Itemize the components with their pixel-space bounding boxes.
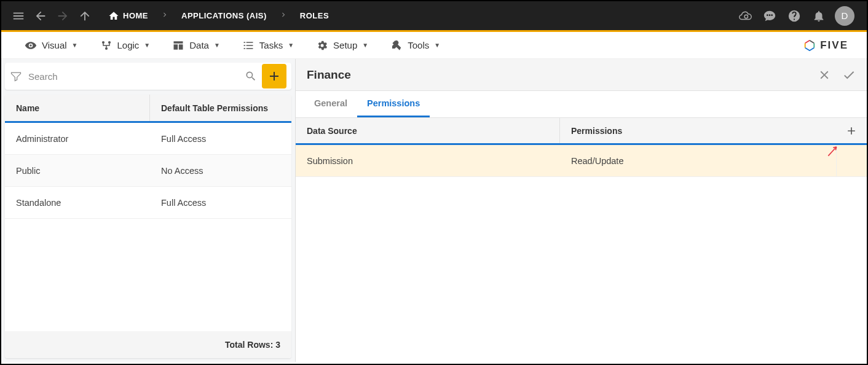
menu-setup-label: Setup [333,40,357,50]
menu-setup[interactable]: Setup ▼ [305,32,379,58]
detail-body: Submission Read/Update [296,145,867,177]
caret-down-icon: ▼ [288,42,294,49]
left-panel: Name Default Table Permissions Administr… [1,59,295,362]
cell-permissions: Full Access [150,187,291,218]
brand-text: FIVE [820,39,848,52]
chevron-right-icon [274,10,293,21]
tools-icon [390,39,403,52]
breadcrumb-home-label: HOME [123,11,148,20]
detail-row[interactable]: Submission Read/Update [296,145,867,177]
table-icon [172,39,184,52]
cell-name: Public [5,155,150,186]
table-body: Administrator Full Access Public No Acce… [5,123,291,331]
menu-bar: Visual ▼ Logic ▼ Data ▼ Tasks ▼ Setup ▼ … [1,32,867,59]
col-name[interactable]: Name [5,95,150,121]
table-footer: Total Rows: 3 [5,331,291,358]
close-icon[interactable] [818,68,831,82]
cell-permissions: No Access [150,155,291,186]
search-bar [5,63,291,90]
bell-icon[interactable] [810,7,827,25]
home-icon [108,10,119,22]
forward-icon [52,5,74,27]
table-header: Name Default Table Permissions [5,95,291,123]
top-header: HOME APPLICATIONS (AIS) ROLES D [1,1,867,32]
avatar-letter: D [842,10,848,21]
detail-title: Finance [307,68,351,82]
right-panel: Finance General Permissions Data Source … [295,59,867,362]
tab-general[interactable]: General [304,91,357,117]
dcol-data-source[interactable]: Data Source [296,118,560,143]
menu-tools-label: Tools [408,40,429,50]
footer-count: 3 [275,340,280,350]
dcol-permissions[interactable]: Permissions [560,118,836,143]
breadcrumb-applications-label: APPLICATIONS (AIS) [181,11,267,20]
tab-permissions-label: Permissions [367,98,420,108]
menu-logic[interactable]: Logic ▼ [89,32,162,58]
svg-point-0 [744,15,748,18]
menu-visual[interactable]: Visual ▼ [14,32,89,58]
chevron-right-icon [156,10,174,21]
cell-permissions: Full Access [150,123,291,154]
cell-name: Administrator [5,123,150,154]
tab-permissions[interactable]: Permissions [357,91,430,117]
cell-name: Standalone [5,187,150,218]
gear-icon [316,39,328,52]
caret-down-icon: ▼ [214,42,220,49]
cloud-icon[interactable] [736,7,754,25]
breadcrumb-applications[interactable]: APPLICATIONS (AIS) [176,11,272,20]
chat-icon[interactable] [761,7,778,25]
menu-tools[interactable]: Tools ▼ [379,32,451,58]
eye-icon [25,39,37,52]
dcell-spacer [836,145,867,176]
menu-tasks-label: Tasks [259,40,283,50]
tabs: General Permissions [296,91,867,118]
svg-point-3 [105,47,107,49]
plus-icon [267,69,282,84]
table-row[interactable]: Public No Access [5,155,291,187]
menu-tasks[interactable]: Tasks ▼ [231,32,305,58]
caret-down-icon: ▼ [144,42,150,49]
back-icon[interactable] [30,5,52,27]
footer-label: Total Rows: [225,340,273,350]
main-content: Name Default Table Permissions Administr… [1,59,867,362]
breadcrumb-home[interactable]: HOME [103,10,153,22]
caret-down-icon: ▼ [434,42,440,49]
svg-point-1 [101,41,104,43]
roles-table: Name Default Table Permissions Administr… [5,95,291,358]
help-icon[interactable] [786,7,803,25]
breadcrumb: HOME APPLICATIONS (AIS) ROLES [103,10,334,22]
menu-data[interactable]: Data ▼ [161,32,231,58]
brand-icon [803,39,816,52]
plus-icon [845,125,858,137]
check-icon[interactable] [842,68,856,82]
tab-general-label: General [314,98,347,108]
brand-logo: FIVE [803,39,854,52]
table-row[interactable]: Standalone Full Access [5,187,291,219]
breadcrumb-roles[interactable]: ROLES [295,11,334,20]
search-icon[interactable] [245,70,257,82]
detail-table-header: Data Source Permissions [296,118,867,145]
detail-header: Finance [296,59,867,91]
dcell-data-source: Submission [296,145,560,176]
tasks-icon [242,39,254,52]
add-button[interactable] [262,64,286,88]
filter-icon[interactable] [10,70,22,82]
caret-down-icon: ▼ [362,42,368,49]
up-icon[interactable] [74,5,96,27]
col-permissions[interactable]: Default Table Permissions [150,95,291,121]
table-row[interactable]: Administrator Full Access [5,123,291,155]
breadcrumb-roles-label: ROLES [300,11,329,20]
logic-icon [100,39,112,52]
svg-point-2 [108,41,110,43]
menu-logic-label: Logic [117,40,140,50]
header-right: D [736,6,861,26]
avatar[interactable]: D [835,6,854,26]
menu-data-label: Data [189,40,209,50]
caret-down-icon: ▼ [72,42,78,49]
detail-actions [818,68,856,82]
add-permission-button[interactable] [836,118,867,143]
menu-icon[interactable] [7,5,30,27]
search-input[interactable] [22,71,245,82]
dcell-permissions: Read/Update [560,145,836,176]
menu-visual-label: Visual [42,40,67,50]
